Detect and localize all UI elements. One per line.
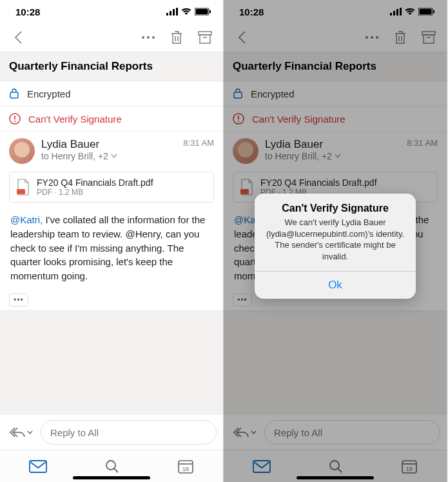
search-icon — [104, 459, 120, 474]
battery-icon — [418, 8, 435, 15]
svg-rect-0 — [166, 13, 168, 15]
reply-mode-button[interactable] — [6, 427, 35, 438]
delete-button[interactable] — [165, 26, 188, 49]
reply-bar: Reply to All — [0, 415, 223, 450]
svg-point-19 — [106, 461, 115, 470]
phone-right: 10:28 Quarterly Financial Reports Encryp… — [224, 0, 447, 482]
svg-point-16 — [14, 121, 15, 122]
tab-calendar[interactable]: 18 — [177, 459, 194, 474]
lock-icon — [9, 88, 19, 99]
svg-rect-13 — [10, 92, 18, 98]
phone-left: 10:28 Quarterly Financial Reports Encryp… — [0, 0, 224, 482]
tab-mail[interactable] — [29, 460, 47, 473]
attachment-name: FY20 Q4 Financials Draft.pdf — [260, 177, 377, 188]
warning-label: Can't Verify Signature — [28, 114, 122, 125]
alert-title: Can't Verify Signature — [255, 194, 416, 217]
tab-search[interactable] — [328, 459, 344, 474]
battery-icon — [195, 8, 211, 15]
chevron-down-icon — [251, 430, 257, 435]
toolbar — [224, 23, 447, 52]
encrypted-label: Encrypted — [27, 88, 71, 99]
encrypted-row[interactable]: Encrypted — [0, 81, 223, 106]
sender-block[interactable]: Lydia Bauer to Henry Brill, +2 8:31 AM — [0, 132, 223, 168]
reply-all-icon — [233, 427, 249, 438]
svg-rect-41 — [240, 189, 249, 194]
attachment[interactable]: FY20 Q4 Financials Draft.pdf PDF · 1.2 M… — [9, 172, 214, 203]
svg-text:18: 18 — [406, 465, 413, 472]
svg-point-43 — [330, 461, 339, 470]
status-icons — [390, 8, 435, 15]
svg-rect-24 — [390, 13, 392, 15]
status-time: 10:28 — [15, 6, 40, 17]
archive-button[interactable] — [417, 26, 440, 49]
signature-warning-row[interactable]: Can't Verify Signature — [0, 106, 223, 132]
svg-rect-34 — [422, 32, 435, 35]
message-time: 8:31 AM — [183, 138, 214, 148]
subject: Quarterly Financial Reports — [0, 52, 223, 81]
svg-rect-27 — [400, 8, 402, 15]
svg-rect-17 — [17, 189, 25, 194]
sender-name: Lydia Bauer — [41, 138, 177, 151]
svg-rect-35 — [424, 35, 434, 43]
alert-ok-button[interactable]: Ok — [255, 271, 416, 299]
reply-input[interactable]: Reply to All — [41, 420, 217, 445]
expand-quote-button[interactable]: ••• — [233, 294, 252, 306]
avatar — [233, 138, 258, 164]
back-button[interactable] — [6, 26, 30, 49]
status-bar: 10:28 — [0, 0, 223, 23]
chevron-down-icon[interactable] — [335, 154, 341, 159]
reply-mode-button[interactable] — [230, 427, 259, 438]
svg-rect-26 — [396, 9, 398, 15]
pdf-icon — [16, 179, 30, 196]
svg-rect-25 — [393, 11, 395, 15]
svg-rect-30 — [433, 10, 434, 14]
status-icons — [166, 8, 211, 15]
reply-bar: Reply to All — [224, 415, 447, 450]
calendar-icon: 18 — [401, 459, 418, 474]
tab-mail[interactable] — [253, 460, 271, 473]
reply-input[interactable]: Reply to All — [264, 420, 440, 445]
subject: Quarterly Financial Reports — [224, 52, 447, 81]
delete-button[interactable] — [389, 26, 412, 49]
sender-to: to Henry Brill, +2 — [265, 151, 400, 161]
more-button[interactable] — [360, 26, 384, 49]
spacer — [224, 310, 447, 415]
tab-search[interactable] — [104, 459, 120, 474]
attachment-name: FY20 Q4 Financials Draft.pdf — [37, 177, 153, 188]
chevron-down-icon — [27, 430, 33, 435]
home-indicator[interactable] — [73, 476, 150, 479]
svg-point-33 — [376, 36, 378, 39]
tab-calendar[interactable]: 18 — [401, 459, 418, 474]
home-indicator[interactable] — [297, 476, 374, 479]
search-icon — [328, 459, 344, 474]
mention[interactable]: @Katri, — [10, 214, 43, 225]
back-button[interactable] — [230, 26, 253, 49]
alert-icon — [9, 113, 21, 125]
signal-icon — [166, 8, 178, 15]
svg-line-44 — [338, 468, 342, 472]
svg-point-32 — [371, 36, 373, 39]
more-button[interactable] — [137, 26, 160, 49]
svg-text:18: 18 — [182, 465, 189, 472]
wifi-icon — [181, 8, 191, 15]
message-time: 8:31 AM — [407, 138, 438, 148]
svg-rect-37 — [234, 92, 242, 98]
signature-warning-row[interactable]: Can't Verify Signature — [224, 106, 447, 132]
svg-point-40 — [238, 121, 239, 122]
svg-rect-11 — [200, 35, 210, 43]
svg-rect-29 — [420, 9, 432, 15]
svg-point-8 — [147, 36, 150, 39]
spacer — [0, 310, 223, 415]
svg-line-20 — [114, 468, 118, 472]
expand-quote-button[interactable]: ••• — [9, 294, 28, 306]
encrypted-row[interactable]: Encrypted — [224, 81, 447, 106]
sender-block[interactable]: Lydia Bauer to Henry Brill, +2 8:31 AM — [224, 132, 447, 168]
alert-dialog: Can't Verify Signature We can't verify L… — [255, 194, 416, 299]
lock-icon — [233, 88, 243, 99]
status-time: 10:28 — [239, 6, 264, 17]
mail-icon — [253, 460, 271, 473]
svg-rect-42 — [253, 461, 270, 472]
chevron-down-icon[interactable] — [111, 154, 117, 159]
message-body: @Katri, I've collated all the informatio… — [0, 206, 223, 290]
archive-button[interactable] — [193, 26, 217, 49]
